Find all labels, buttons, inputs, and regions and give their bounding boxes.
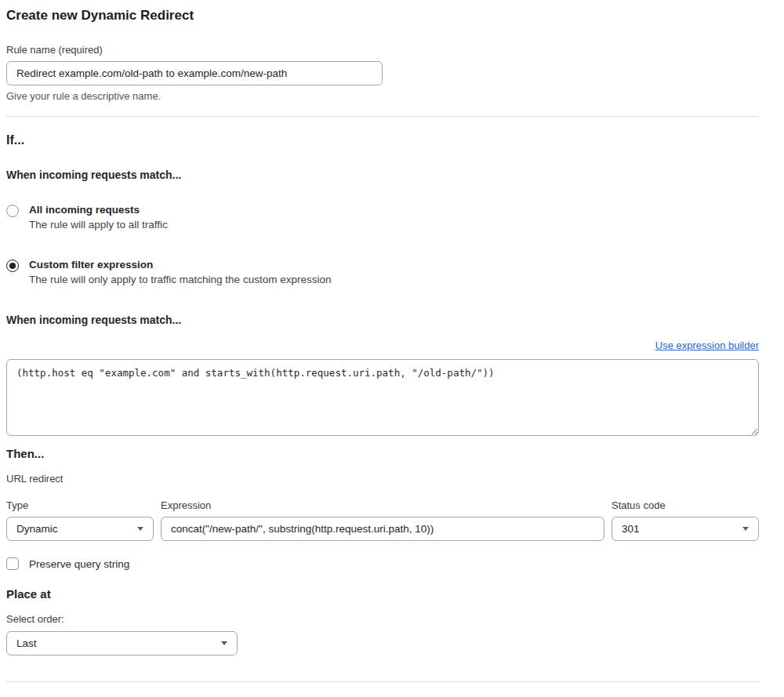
expression-heading: When incoming requests match... [6,314,759,326]
type-select[interactable]: Dynamic [6,517,154,541]
radio-all-requests-label: All incoming requests [29,204,168,216]
redirect-fields-row: Type Dynamic Expression Status code 301 [6,499,759,541]
action-label: URL redirect [6,473,759,485]
if-heading: If... [6,133,759,147]
rule-name-help: Give your rule a descriptive name. [6,90,759,102]
rule-name-input[interactable] [6,61,383,85]
match-heading: When incoming requests match... [6,169,759,181]
radio-custom-filter[interactable] [6,260,19,272]
builder-link-row: Use expression builder [6,338,759,352]
chevron-down-icon [137,527,143,531]
type-label: Type [6,499,154,511]
rule-name-label: Rule name (required) [6,44,759,56]
footer-divider [6,681,759,682]
radio-option-custom-filter[interactable]: Custom filter expression The rule will o… [6,259,759,285]
then-heading: Then... [6,447,759,460]
status-code-label: Status code [612,499,759,511]
radio-all-requests-description: The rule will apply to all traffic [29,219,168,231]
preserve-query-checkbox[interactable] [6,557,19,570]
radio-all-requests[interactable] [6,205,19,217]
radio-option-all-requests[interactable]: All incoming requests The rule will appl… [6,204,759,231]
status-code-select[interactable]: 301 [612,517,759,541]
radio-custom-filter-label: Custom filter expression [29,259,331,270]
chevron-down-icon [221,641,227,645]
filter-expression-textarea[interactable]: (http.host eq "example.com" and starts_w… [6,359,759,436]
type-select-value: Dynamic [16,523,58,535]
chevron-down-icon [742,527,749,531]
status-code-select-value: 301 [622,523,640,535]
select-order-label: Select order: [6,613,759,625]
page-title: Create new Dynamic Redirect [6,8,759,24]
place-at-heading: Place at [6,587,759,601]
order-select[interactable]: Last [6,631,238,655]
order-select-value: Last [16,637,37,649]
preserve-query-row[interactable]: Preserve query string [6,557,759,570]
preserve-query-label: Preserve query string [29,558,129,570]
radio-custom-filter-description: The rule will only apply to traffic matc… [29,274,331,285]
redirect-expression-input[interactable] [161,517,604,541]
expression-label: Expression [161,499,604,511]
use-expression-builder-link[interactable]: Use expression builder [655,339,759,351]
section-divider [6,116,759,117]
